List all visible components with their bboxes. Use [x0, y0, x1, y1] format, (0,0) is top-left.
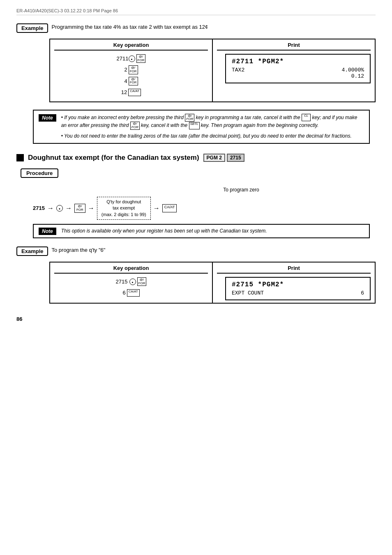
for-btn-e2-1: @/FOR [137, 277, 147, 286]
key-line-e2-2: 6 CA/AT [54, 288, 208, 297]
dashed-line2: tax exempt [113, 205, 135, 210]
flow-diagram: 2715 → • → @/FOR → Q'ty for doughnut tax… [33, 197, 376, 220]
for-key-note2: @/FOR [130, 122, 140, 130]
key-value-e2-1: 2715 [116, 277, 128, 286]
example2-description: To program the q'ty "6" [51, 246, 105, 254]
dot-key-1: • [129, 55, 135, 62]
caat-btn-e2: CA/AT [127, 289, 140, 297]
note1-box: Note • If you make an incorrect entry be… [33, 110, 370, 144]
key-operation-col-2: Key operation 2715 • @/FOR 6 CA/AT [49, 262, 212, 304]
section2-title: Doughnut tax exempt (for the Canadian ta… [28, 154, 199, 162]
key-line-2: 2 @/FOR [54, 65, 208, 74]
caat-btn-1: CA/AT [128, 89, 141, 96]
flow-dashed-box-container: Q'ty for doughnut tax exempt (max. 2 dig… [97, 197, 151, 220]
print-col-2: Print #2715 *PGM2* EXPT COUNT 6 [213, 262, 376, 304]
key-line-1: 2711 • @/FOR [54, 54, 208, 63]
page-number: 86 [16, 316, 376, 322]
key-operation-content: 2711 • @/FOR 2 @/FOR 4 @/FOR 12 CA/AT [54, 54, 208, 97]
key-operation-header: Key operation [54, 42, 208, 51]
print-box-2: #2715 *PGM2* EXPT COUNT 6 [225, 277, 371, 300]
print-label-expt: EXPT COUNT [232, 290, 264, 296]
key-operation-col: Key operation 2711 • @/FOR 2 @/FOR 4 @/F… [49, 39, 213, 102]
print-value-tax2: 4.0000% 0.12 [341, 67, 364, 79]
note1-badge: Note [39, 114, 56, 122]
print-header-2: Print [217, 265, 371, 274]
flow-dashed-box: Q'ty for doughnut tax exempt (max. 2 dig… [97, 197, 151, 220]
flow-value-2715: 2715 [33, 205, 45, 211]
example2-row: Example To program the q'ty "6" [16, 246, 376, 256]
note1-text: • If you make an incorrect entry before … [61, 114, 364, 140]
key-line-e2-1: 2715 • @/FOR [54, 277, 208, 286]
note2-badge: Note [39, 228, 56, 235]
example1-row: Example Programming the tax rate 4% as t… [16, 23, 376, 33]
key-value-4: 12 [121, 88, 127, 97]
flow-label-above: To program zero [107, 187, 376, 193]
key-operation-header-2: Key operation [54, 265, 208, 274]
print-receipt-1: #2711 *PGM2* TAX2 4.0000% 0.12 [225, 54, 371, 83]
header-text: ER-A410/A420(SEC)-3 03.12.22 0:18 PM Pag… [16, 8, 118, 13]
dot-key-e2-1: • [129, 279, 136, 285]
flow-caat-btn: CA/AT [162, 204, 177, 212]
example1-table: Key operation 2711 • @/FOR 2 @/FOR 4 @/F… [49, 39, 376, 102]
print-header-1: Print [217, 42, 371, 51]
print-box-1: #2711 *PGM2* TAX2 4.0000% 0.12 [225, 54, 371, 83]
flow-dot-btn: • [56, 205, 63, 212]
print-label-tax2: TAX2 [232, 67, 244, 79]
for-key-note: @/FOR [185, 114, 194, 122]
procedure-badge: Procedure [21, 168, 58, 178]
example1-description: Programming the tax rate 4% as tax rate … [51, 23, 208, 31]
print-line-expt: EXPT COUNT 6 [232, 290, 364, 296]
key-line-4: 12 CA/AT [54, 88, 208, 97]
flow-arrow-4: → [153, 205, 160, 212]
example1-badge: Example [16, 23, 48, 33]
note1-line1: • If you make an incorrect entry before … [61, 114, 364, 130]
num-badge: 2715 [227, 154, 244, 162]
dashed-line1: Q'ty for doughnut [106, 199, 141, 204]
print-pgm-1: #2711 *PGM2* [232, 58, 364, 65]
sbtl-key-note: SBTL [189, 122, 200, 129]
example2-table: Key operation 2715 • @/FOR 6 CA/AT Print… [49, 262, 376, 304]
dashed-line3: (max. 2 digits: 1 to 99) [101, 212, 146, 217]
note2-box: Note This option is available only when … [33, 224, 370, 238]
flow-arrow-2: → [65, 205, 72, 212]
print-receipt-2: #2715 *PGM2* EXPT COUNT 6 [225, 277, 371, 300]
print-pgm-2: #2715 *PGM2* [232, 281, 364, 288]
print-col-1: Print #2711 *PGM2* TAX2 4.0000% 0.12 [213, 39, 376, 102]
section2-heading: Doughnut tax exempt (for the Canadian ta… [16, 154, 376, 162]
for-btn-1: @/FOR [136, 54, 146, 63]
cl-key-note: CL [302, 114, 311, 121]
key-value-e2-2: 6 [122, 288, 125, 297]
key-operation-content-2: 2715 • @/FOR 6 CA/AT [54, 277, 208, 298]
flow-arrow-1: → [47, 205, 54, 212]
print-line-tax2: TAX2 4.0000% 0.12 [232, 67, 364, 79]
key-value-1: 2711 [117, 54, 129, 63]
key-value-3: 4 [124, 76, 127, 86]
key-value-2: 2 [124, 65, 127, 74]
black-square-icon [16, 154, 24, 161]
flow-arrow-3: → [88, 205, 95, 212]
example2-badge: Example [16, 246, 48, 256]
key-line-3: 4 @/FOR [54, 76, 208, 86]
print-value-expt: 6 [361, 290, 364, 296]
for-btn-3: @/FOR [129, 77, 138, 86]
note1-line2: • You do not need to enter the trailing … [61, 132, 364, 140]
for-btn-2: @/FOR [129, 65, 138, 74]
flow-for-btn: @/FOR [74, 204, 85, 213]
pgm-badge: PGM 2 [203, 154, 225, 162]
note2-text: This option is available only when your … [61, 227, 267, 235]
page-header: ER-A410/A420(SEC)-3 03.12.22 0:18 PM Pag… [16, 8, 376, 15]
